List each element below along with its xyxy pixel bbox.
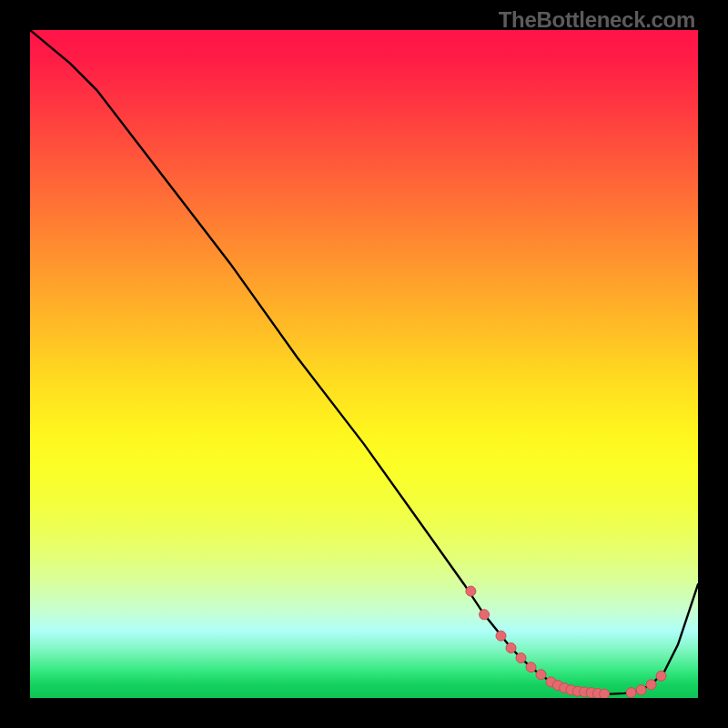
curve-marker	[636, 685, 646, 695]
curve-marker	[496, 631, 506, 641]
curve-marker	[646, 680, 656, 690]
curve-marker	[536, 670, 546, 680]
curve-marker	[480, 610, 490, 620]
curve-marker	[516, 653, 526, 663]
plot-area	[30, 30, 698, 698]
outer-frame: TheBottleneck.com	[0, 0, 728, 728]
curve-marker	[600, 689, 610, 698]
attribution-text: TheBottleneck.com	[499, 7, 695, 33]
curve-marker	[506, 643, 516, 653]
curve-marker	[526, 662, 536, 672]
bottleneck-curve	[30, 30, 698, 698]
curve-marker	[466, 586, 476, 596]
curve-marker	[626, 688, 636, 698]
curve-marker	[656, 671, 666, 681]
